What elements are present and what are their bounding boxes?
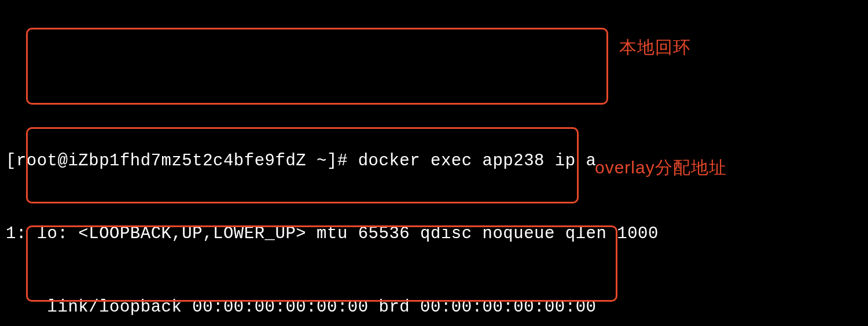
terminal-line: 1: lo: <LOOPBACK,UP,LOWER_UP> mtu 65536 … xyxy=(6,222,862,246)
terminal-line: link/loopback 00:00:00:00:00:00 brd 00:0… xyxy=(6,295,862,320)
annotation-overlay: overlay分配地址 xyxy=(595,155,727,180)
terminal-prompt-line: [root@iZbp1fhd7mz5t2c4bfe9fdZ ~]# docker… xyxy=(6,149,862,173)
terminal-output: [root@iZbp1fhd7mz5t2c4bfe9fdZ ~]# docker… xyxy=(6,101,862,326)
annotation-loopback: 本地回环 xyxy=(619,35,691,60)
highlight-box-loopback xyxy=(26,28,608,105)
